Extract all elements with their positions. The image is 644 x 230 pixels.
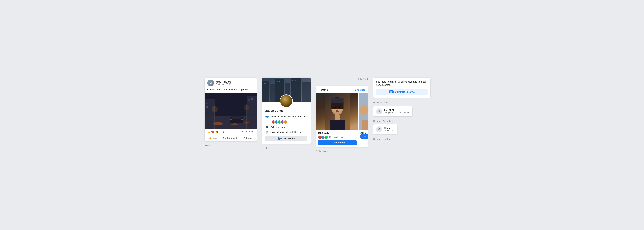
svg-point-46: [360, 105, 368, 115]
svg-point-40: [336, 110, 339, 112]
collection-info-1: Jane Sally 23 mutual friends 👤 Add Fr: [316, 130, 358, 147]
entities-column: Jason Jones 👥 32 mutual friends includin…: [262, 78, 310, 149]
love-emoji: ❤️: [211, 130, 215, 133]
svg-rect-29: [277, 81, 278, 82]
more-options-button[interactable]: ···: [248, 81, 254, 85]
post-header: M Mary Pickford September 17 🌐 ···: [204, 78, 256, 87]
reaction-count: 1.4K: [219, 131, 224, 133]
search-suggestion-text: holi 2021 25K people searched for this: [384, 109, 410, 114]
p1-avatar-3: [324, 135, 328, 139]
post-text: Check out this beautiful shot I captured…: [204, 87, 256, 93]
product-pivot-label: Product Pivot: [373, 101, 388, 104]
person1-photo-svg: [316, 93, 358, 130]
mutual-friends-text: 32 mutual friends including Aron Chen: [270, 115, 307, 118]
post-image: [204, 93, 256, 129]
mutual-friends-row: 👥 32 mutual friends including Aron Chen: [265, 115, 307, 118]
continue-news-button[interactable]: 📰 Continue in News: [376, 89, 428, 95]
news-text: See more Australian Wildfires coverage f…: [376, 80, 428, 87]
friends-icon: 👥: [265, 115, 269, 118]
see-more-link[interactable]: See More: [355, 88, 365, 91]
collections-header: People See More: [316, 86, 368, 93]
collection-info-2: Jane Sa +: [359, 130, 368, 141]
entity-avatar: [280, 94, 293, 108]
svg-point-10: [232, 123, 238, 125]
post-actions: 👍 Like 💬 Comment ↗ Share: [204, 135, 256, 141]
svg-rect-42: [330, 120, 345, 130]
person2-add-friend-button[interactable]: +: [360, 134, 368, 139]
comments-count: 23 Comments: [240, 130, 254, 133]
search-suggestion: 🔍 holi 2021 25K people searched for this: [373, 106, 412, 116]
collection-photo-2: [359, 93, 368, 130]
person2-name: Jane Sa: [360, 131, 366, 134]
news-card: See more Australian Wildfires coverage f…: [373, 78, 430, 98]
collections-column: Tab Pivot People See More: [316, 78, 368, 153]
svg-rect-3: [209, 102, 210, 104]
like-label: Like: [213, 137, 217, 139]
location-row: 🏠 Lives in Los Angeles, California: [265, 130, 307, 133]
hashtag-icon-circle: #: [376, 126, 382, 132]
post-card: M Mary Pickford September 17 🌐 ··· Check…: [204, 78, 256, 141]
add-friend-button[interactable]: 👤+ Add Friend: [265, 136, 307, 141]
person2-photo-svg: [359, 93, 368, 130]
search-title: holi 2021: [384, 109, 410, 112]
friend-avatars-row: [265, 120, 307, 124]
share-icon: ↗: [243, 137, 245, 139]
like-icon: 👍: [209, 137, 212, 139]
collections-card: People See More: [316, 86, 368, 147]
svg-rect-30: [279, 81, 280, 82]
svg-point-9: [213, 122, 223, 125]
add-friend-icon: 👤+: [278, 137, 282, 140]
entity-avatar-wrap: [280, 94, 293, 108]
person1-mutual-text: 23 mutual friends: [329, 136, 344, 138]
related-hashtags-label: Related Hashtags: [373, 138, 393, 140]
svg-rect-21: [262, 81, 269, 102]
collection-photo-1: [316, 93, 358, 130]
collections-title: People: [319, 88, 328, 91]
collection-item-2: Jane Sa +: [359, 93, 368, 147]
collection-item-1: Jane Sally 23 mutual friends 👤 Add Fr: [316, 93, 358, 147]
share-button[interactable]: ↗ Share: [240, 135, 255, 141]
person1-add-icon: 👤: [330, 141, 332, 144]
comment-label: Comment: [227, 137, 237, 139]
svg-rect-6: [248, 99, 250, 101]
svg-rect-4: [206, 106, 208, 108]
school-row: 🎓 Oxford Academy: [265, 125, 307, 129]
svg-rect-15: [241, 118, 243, 120]
entity-location: Lives in Los Angeles, California: [270, 131, 301, 133]
svg-rect-2: [206, 103, 208, 104]
svg-rect-31: [292, 80, 293, 81]
svg-rect-41: [335, 115, 340, 120]
search-sub: 25K people searched for this: [384, 112, 410, 114]
svg-rect-37: [331, 102, 344, 109]
svg-rect-26: [302, 82, 310, 102]
continue-news-label: Continue in News: [395, 91, 414, 93]
tab-pivot-area: Tab Pivot: [316, 78, 368, 85]
post-reactions: 👍 ❤️ 😮 1.4K 23 Comments: [204, 129, 256, 135]
person1-add-friend-button[interactable]: 👤 Add Friend: [318, 140, 357, 145]
collections-label: Collections: [316, 150, 328, 153]
svg-point-38: [334, 107, 336, 108]
person1-mutual: 23 mutual friends: [318, 135, 357, 139]
hashtag-title: #Holi: [384, 127, 394, 129]
post-author-info: Mary Pickford September 17 🌐: [216, 80, 232, 85]
svg-rect-27: [264, 83, 265, 84]
posts-column: M Mary Pickford September 17 🌐 ··· Check…: [204, 78, 256, 147]
tab-pivot-label: Tab Pivot: [358, 78, 368, 80]
wow-emoji: 😮: [215, 130, 219, 133]
comment-button[interactable]: 💬 Comment: [220, 135, 240, 141]
search-icon: 🔍: [377, 110, 381, 113]
collections-grid: Jane Sally 23 mutual friends 👤 Add Fr: [316, 93, 368, 147]
entities-label: Entities: [262, 147, 270, 149]
friend-avatar-5: [284, 120, 288, 124]
post-header-left: M Mary Pickford September 17 🌐: [207, 80, 232, 86]
like-button[interactable]: 👍 Like: [206, 135, 220, 141]
entity-school: Oxford Academy: [270, 126, 286, 128]
avatar-image: M: [207, 80, 214, 86]
hashtag-item: # #Holi 15.3K posts: [373, 124, 397, 134]
share-label: Share: [246, 137, 252, 139]
school-icon: 🎓: [265, 125, 269, 129]
location-icon: 🏠: [265, 130, 269, 133]
entity-name: Jason Jones: [265, 109, 307, 113]
entity-avatar-inner: [280, 95, 292, 107]
svg-rect-7: [251, 99, 252, 100]
